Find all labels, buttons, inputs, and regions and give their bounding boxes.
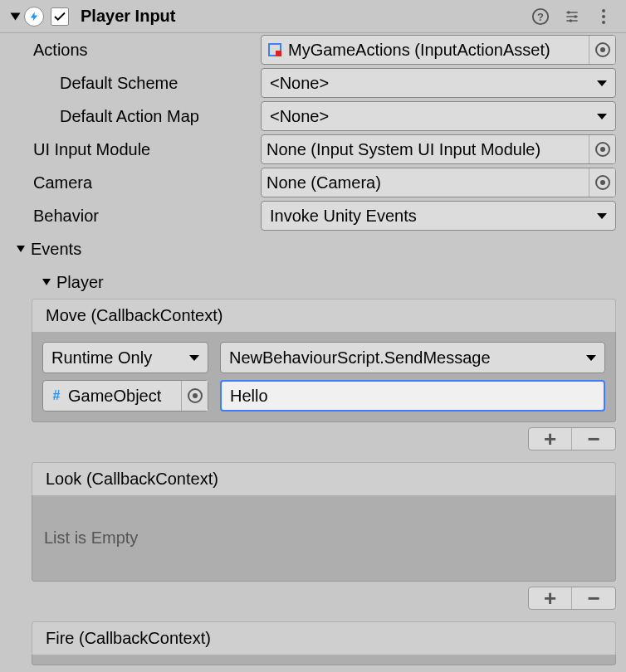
svg-text:?: ?	[537, 10, 544, 22]
move-header: Move (CallbackContext)	[32, 299, 616, 332]
hash-icon: #	[48, 387, 65, 404]
behavior-label: Behavior	[33, 207, 261, 226]
actions-picker[interactable]	[589, 36, 615, 64]
function-value: NewBehaviourScript.SendMessage	[229, 348, 580, 368]
add-listener-button[interactable]: +	[529, 587, 572, 609]
behavior-value: Invoke Unity Events	[270, 207, 590, 226]
default-scheme-label: Default Scheme	[60, 74, 261, 93]
svg-point-7	[602, 21, 605, 24]
svg-rect-9	[276, 51, 281, 56]
asset-icon	[267, 41, 283, 58]
add-listener-button[interactable]: +	[529, 428, 572, 450]
default-actionmap-label: Default Action Map	[60, 107, 261, 126]
svg-point-3	[575, 15, 577, 17]
remove-listener-button[interactable]: −	[572, 428, 615, 450]
svg-point-2	[567, 11, 570, 13]
function-dropdown[interactable]: NewBehaviourScript.SendMessage	[220, 342, 605, 373]
camera-label: Camera	[33, 173, 261, 192]
look-empty: List is Empty	[42, 505, 605, 571]
ui-input-field[interactable]: None (Input System UI Input Module)	[261, 134, 616, 164]
component-title: Player Input	[81, 7, 521, 26]
events-foldout[interactable]	[17, 246, 25, 252]
player-foldout[interactable]	[42, 279, 51, 285]
chevron-down-icon	[597, 114, 607, 119]
ui-input-label: UI Input Module	[33, 140, 261, 159]
callstate-value: Runtime Only	[51, 348, 183, 368]
target-field[interactable]: # GameObject	[42, 380, 208, 411]
chevron-down-icon	[189, 355, 199, 361]
argument-input[interactable]	[220, 380, 605, 411]
actions-label: Actions	[33, 41, 261, 60]
look-header: Look (CallbackContext)	[32, 462, 616, 495]
player-label: Player	[56, 273, 104, 292]
camera-field[interactable]: None (Camera)	[261, 168, 616, 197]
callstate-dropdown[interactable]: Runtime Only	[42, 342, 208, 373]
camera-value: None (Camera)	[267, 173, 589, 192]
default-scheme-dropdown[interactable]: <None>	[261, 68, 616, 98]
ui-input-value: None (Input System UI Input Module)	[267, 140, 589, 159]
presets-icon[interactable]	[560, 4, 584, 29]
menu-icon[interactable]	[591, 4, 616, 29]
actions-value: MyGameActions (InputActionAsset)	[288, 41, 589, 60]
chevron-down-icon	[586, 355, 596, 361]
target-picker[interactable]	[181, 381, 208, 411]
remove-listener-button[interactable]: −	[572, 587, 615, 609]
actions-field[interactable]: MyGameActions (InputActionAsset)	[261, 35, 616, 65]
enable-checkbox[interactable]	[51, 7, 69, 26]
chevron-down-icon	[597, 80, 607, 86]
chevron-down-icon	[597, 213, 607, 219]
svg-point-4	[570, 19, 572, 22]
events-label: Events	[31, 240, 81, 259]
script-icon	[24, 7, 44, 27]
ui-input-picker[interactable]	[589, 135, 615, 163]
behavior-dropdown[interactable]: Invoke Unity Events	[261, 201, 616, 231]
svg-point-5	[602, 9, 605, 12]
default-actionmap-dropdown[interactable]: <None>	[261, 101, 616, 131]
camera-picker[interactable]	[589, 168, 615, 197]
default-actionmap-value: <None>	[270, 107, 590, 126]
help-icon[interactable]: ?	[528, 4, 553, 29]
target-value: GameObject	[68, 387, 181, 406]
component-foldout[interactable]	[11, 12, 21, 20]
svg-point-6	[602, 15, 605, 18]
default-scheme-value: <None>	[270, 74, 590, 93]
fire-header: Fire (CallbackContext)	[32, 621, 616, 655]
